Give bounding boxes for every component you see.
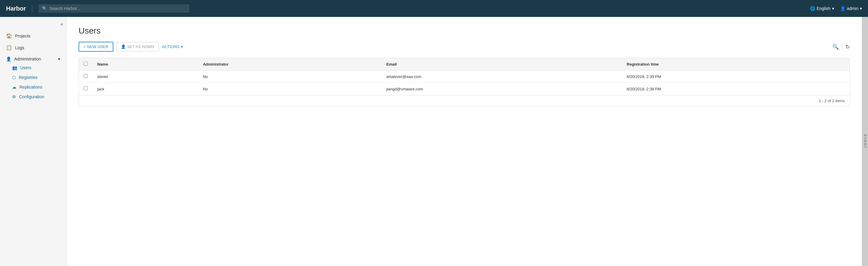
globe-icon: 🌐 bbox=[810, 6, 815, 11]
table-search-button[interactable]: 🔍 bbox=[832, 43, 839, 50]
language-label: English bbox=[817, 6, 831, 11]
email-column-header: Email bbox=[381, 58, 622, 70]
plus-icon: + bbox=[84, 45, 86, 49]
event-panel[interactable]: EVENT bbox=[862, 17, 868, 266]
app-header: Harbor 🔍 🌐 English ▾ 👤 admin ▾ bbox=[0, 0, 868, 17]
sidebar-item-projects[interactable]: 🏠 Projects bbox=[0, 30, 66, 42]
set-admin-label: SET AS ADMIN bbox=[127, 45, 154, 49]
toolbar-divider bbox=[842, 44, 842, 50]
username-label: admin bbox=[847, 6, 858, 11]
sidebar-item-users[interactable]: 👥 Users bbox=[9, 63, 60, 72]
event-panel-label: EVENT bbox=[864, 135, 867, 149]
row-checkbox-cell bbox=[79, 70, 92, 83]
main-layout: « 🏠 Projects 📋 Logs 👤 Administration ▾ 👥… bbox=[0, 17, 868, 266]
chevron-down-icon: ▾ bbox=[181, 45, 183, 49]
refresh-button[interactable]: ↻ bbox=[845, 43, 850, 50]
actions-button[interactable]: ACTIONS ▾ bbox=[162, 45, 183, 49]
table-row: daniel No whatever@aaa.com 8/20/2018, 2:… bbox=[79, 70, 849, 83]
search-icon: 🔍 bbox=[42, 6, 47, 11]
row-registration-time: 8/20/2018, 2:38 PM bbox=[622, 83, 849, 95]
chevron-down-icon: ▾ bbox=[832, 6, 834, 11]
configuration-icon: ⚙ bbox=[12, 94, 16, 99]
page-title: Users bbox=[79, 26, 850, 36]
set-admin-button[interactable]: 👤 SET AS ADMIN bbox=[116, 42, 159, 51]
admin-icon: 👤 bbox=[121, 45, 126, 49]
replications-icon: ☁ bbox=[12, 85, 16, 89]
sidebar: « 🏠 Projects 📋 Logs 👤 Administration ▾ 👥… bbox=[0, 17, 66, 266]
new-user-label: NEW USER bbox=[87, 45, 108, 49]
sidebar-item-registries-label: Registries bbox=[19, 75, 37, 80]
logs-icon: 📋 bbox=[6, 45, 12, 51]
actions-label: ACTIONS bbox=[162, 45, 180, 49]
sidebar-item-logs-label: Logs bbox=[15, 45, 24, 50]
row-name: daniel bbox=[92, 70, 198, 83]
row-administrator: No bbox=[198, 83, 381, 95]
table-row: jack No jiangd@vmware.com 8/20/2018, 2:3… bbox=[79, 83, 849, 95]
row-checkbox[interactable] bbox=[84, 74, 88, 78]
registration-time-column-header: Registration time bbox=[622, 58, 849, 70]
user-menu[interactable]: 👤 admin ▾ bbox=[840, 6, 862, 11]
users-table-container: Name Administrator Email Registration ti… bbox=[79, 58, 850, 107]
header-right: 🌐 English ▾ 👤 admin ▾ bbox=[810, 6, 862, 11]
sidebar-item-configuration[interactable]: ⚙ Configuration bbox=[9, 92, 60, 101]
table-header-row: Name Administrator Email Registration ti… bbox=[79, 58, 849, 70]
administrator-column-header: Administrator bbox=[198, 58, 381, 70]
new-user-button[interactable]: + NEW USER bbox=[79, 42, 113, 52]
projects-icon: 🏠 bbox=[6, 33, 12, 39]
registries-icon: ⬡ bbox=[12, 75, 16, 80]
select-all-checkbox[interactable] bbox=[84, 62, 88, 66]
toolbar: + NEW USER 👤 SET AS ADMIN ACTIONS ▾ 🔍 ↻ bbox=[79, 42, 850, 52]
row-registration-time: 8/20/2018, 2:39 PM bbox=[622, 70, 849, 83]
main-content: Users + NEW USER 👤 SET AS ADMIN ACTIONS … bbox=[66, 17, 862, 266]
table-body: daniel No whatever@aaa.com 8/20/2018, 2:… bbox=[79, 70, 849, 95]
sidebar-collapse-area: « bbox=[0, 20, 66, 30]
sidebar-item-logs[interactable]: 📋 Logs bbox=[0, 42, 66, 54]
chevron-down-icon: ▾ bbox=[860, 6, 862, 11]
row-checkbox[interactable] bbox=[84, 86, 88, 90]
sidebar-item-users-label: Users bbox=[20, 65, 31, 70]
pagination-info: 1 - 2 of 2 items bbox=[819, 98, 845, 103]
toolbar-right: 🔍 ↻ bbox=[832, 43, 850, 50]
users-icon: 👥 bbox=[12, 65, 17, 70]
row-name: jack bbox=[92, 83, 198, 95]
administration-sub-items: 👥 Users ⬡ Registries ☁ Replications ⚙ Co… bbox=[6, 63, 60, 101]
user-icon: 👤 bbox=[840, 6, 845, 11]
sidebar-item-registries[interactable]: ⬡ Registries bbox=[9, 72, 60, 82]
sidebar-item-replications[interactable]: ☁ Replications bbox=[9, 82, 60, 92]
search-input[interactable] bbox=[50, 6, 186, 11]
language-selector[interactable]: 🌐 English ▾ bbox=[810, 6, 834, 11]
sidebar-item-replications-label: Replications bbox=[19, 85, 42, 89]
sidebar-collapse-button[interactable]: « bbox=[60, 22, 63, 27]
app-logo: Harbor bbox=[6, 5, 32, 12]
select-all-column bbox=[79, 58, 92, 70]
row-administrator: No bbox=[198, 70, 381, 83]
row-email: jiangd@vmware.com bbox=[381, 83, 622, 95]
chevron-down-icon: ▾ bbox=[58, 57, 60, 61]
sidebar-section-administration: 👤 Administration ▾ 👥 Users ⬡ Registries … bbox=[0, 54, 66, 105]
administration-icon: 👤 bbox=[6, 57, 11, 61]
administration-header[interactable]: 👤 Administration ▾ bbox=[6, 57, 60, 61]
name-column-header: Name bbox=[92, 58, 198, 70]
row-checkbox-cell bbox=[79, 83, 92, 95]
search-bar[interactable]: 🔍 bbox=[38, 4, 189, 13]
sidebar-item-projects-label: Projects bbox=[15, 34, 31, 38]
administration-label: Administration bbox=[14, 57, 41, 61]
sidebar-item-configuration-label: Configuration bbox=[19, 94, 44, 99]
pagination-bar: 1 - 2 of 2 items bbox=[79, 95, 849, 106]
users-table: Name Administrator Email Registration ti… bbox=[79, 58, 849, 95]
row-email: whatever@aaa.com bbox=[381, 70, 622, 83]
